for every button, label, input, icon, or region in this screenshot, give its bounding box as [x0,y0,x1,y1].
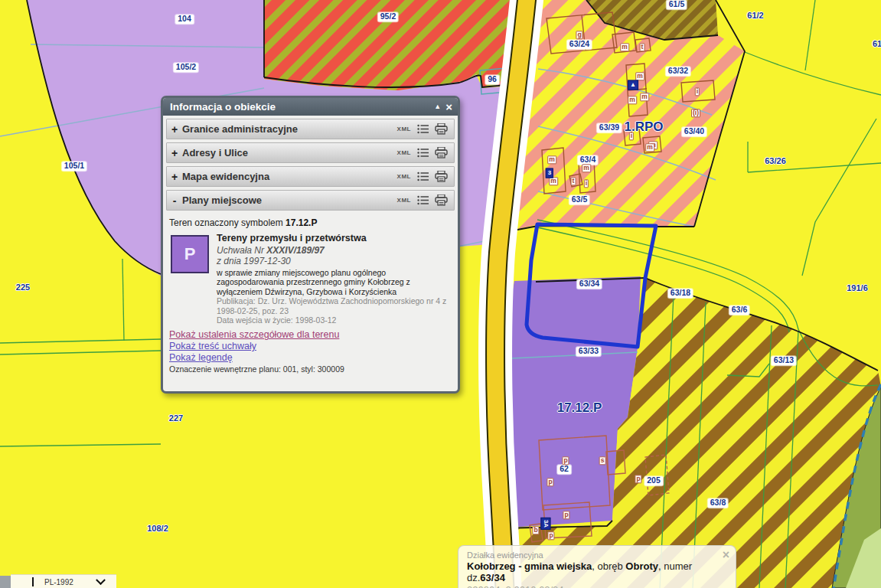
list-icon[interactable] [417,195,429,205]
plan-description: w sprawie zmiany miejscowego planu ogóln… [217,268,452,296]
panel-titlebar[interactable]: Informacja o obiekcie ▲ × [163,98,458,116]
printer-icon[interactable] [435,171,448,182]
plan-symbol: 17.12.P [286,217,317,228]
xml-link[interactable]: XML [397,197,411,204]
plan-date: z dnia 1997-12-30 [217,256,452,266]
parcel-tooltip: Działka ewidencyjna Kołobrzeg - gmina wi… [458,545,736,588]
panel-sections: + Granice administracyjne XML [163,116,458,211]
plan-details: Teren oznaczony symbolem 17.12.P P Teren… [163,214,458,325]
plan-internal-note: Oznaczenie wewnętrzne planu: 001, styl: … [163,364,458,374]
tooltip-title: Działka ewidencyjna [467,550,728,560]
crs-corner-fragment [0,576,11,588]
plan-intro: Teren oznaczony symbolem 17.12.P [169,217,452,228]
info-panel: Informacja o obiekcie ▲ × + Granice admi… [161,96,460,394]
section-plany-miejscowe[interactable]: - Plany miejscowe XML [166,190,455,211]
chevron-down-icon[interactable] [96,575,106,585]
section-label: Adresy i Ulice [182,147,397,158]
crs-bar: PL-1992 [11,574,116,588]
plan-resolution: Uchwała Nr XXXIV/189/97 [217,245,452,256]
tooltip-main: Kołobrzeg - gmina wiejska, obręb Obroty,… [467,560,728,583]
plan-effective-date: Data wejścia w życie: 1998-03-12 [217,315,452,325]
section-granice-administracyjne[interactable]: + Granice administracyjne XML [166,119,455,139]
section-toggle-icon[interactable]: - [167,194,182,207]
tooltip-parcel-id: 320804_2.0010.63/34 [467,584,728,588]
tooltip-close-icon[interactable]: × [723,549,729,561]
xml-link[interactable]: XML [397,149,411,156]
plan-name: Tereny przemysłu i przetwórstwa [217,233,452,243]
plan-zone-icon: P [171,235,209,273]
section-toggle-icon[interactable]: + [167,171,182,183]
panel-title: Informacja o obiekcie [170,101,429,113]
list-icon[interactable] [417,124,429,134]
plan-links: Pokaż ustalenia szczegółowe dla terenuPo… [163,325,458,364]
crs-label[interactable]: PL-1992 [44,578,97,586]
plan-intro-text: Teren oznaczony symbolem [169,217,286,228]
plan-resolution-prefix: Uchwała Nr [217,245,266,256]
plan-resolution-number: XXXIV/189/97 [266,245,324,256]
printer-icon[interactable] [435,123,448,135]
list-icon[interactable] [417,148,429,158]
plan-link-2[interactable]: Pokaż treść uchwały [169,341,452,351]
xml-link[interactable]: XML [397,173,411,180]
section-adresy-i-ulice[interactable]: + Adresy i Ulice XML [166,142,455,163]
section-label: Granice administracyjne [182,123,397,135]
section-mapa-ewidencyjna[interactable]: + Mapa ewidencyjna XML [166,166,455,187]
plan-link-1[interactable]: Pokaż ustalenia szczegółowe dla terenu [169,329,452,340]
close-panel-icon[interactable]: × [445,101,452,113]
section-toggle-icon[interactable]: + [167,123,182,136]
section-label: Plany miejscowe [182,194,397,206]
tooltip-district: Obroty [625,560,658,572]
crs-divider [32,577,34,586]
printer-icon[interactable] [435,194,448,206]
xml-link[interactable]: XML [397,126,411,132]
list-icon[interactable] [417,172,429,181]
collapse-panel-icon[interactable]: ▲ [434,103,441,110]
plan-link-3[interactable]: Pokaż legendę [169,352,452,363]
printer-icon[interactable] [435,147,448,158]
plan-publication: Publikacja: Dz. Urz. Województwa Zachodn… [217,296,452,315]
geoportal-screen: 10495/296105/2105/161/563/2463/3263/3963… [0,0,881,588]
tooltip-sep1: , obręb [592,560,625,572]
tooltip-municipality: Kołobrzeg - gmina wiejska [467,560,592,572]
section-label: Mapa ewidencyjna [182,171,397,182]
tooltip-parcel-number: 63/34 [480,572,505,583]
section-toggle-icon[interactable]: + [167,147,182,159]
